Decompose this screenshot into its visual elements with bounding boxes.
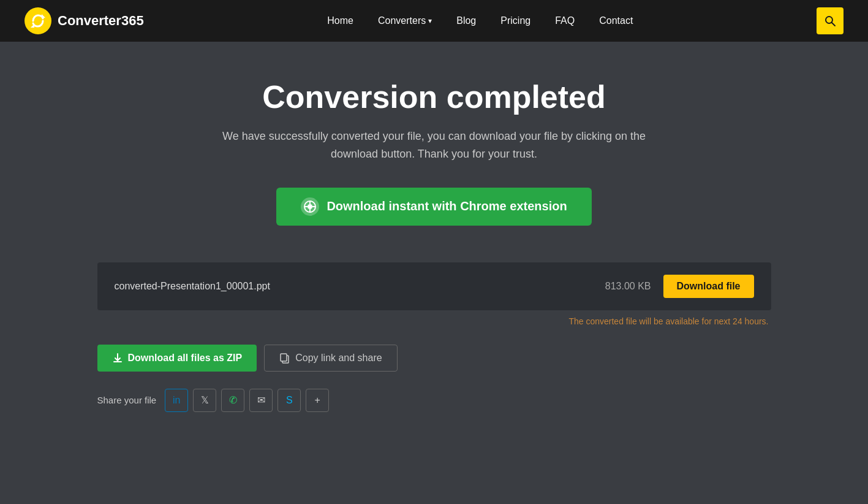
download-zip-button[interactable]: Download all files as ZIP bbox=[97, 345, 257, 372]
converters-chevron-icon: ▾ bbox=[428, 17, 432, 25]
action-buttons: Download all files as ZIP Copy link and … bbox=[97, 345, 771, 372]
svg-rect-13 bbox=[281, 354, 287, 361]
file-right: 813.00 KB Download file bbox=[605, 275, 754, 298]
share-linkedin-button[interactable]: in bbox=[165, 389, 188, 412]
svg-point-0 bbox=[25, 7, 51, 34]
share-email-button[interactable]: ✉ bbox=[249, 389, 273, 412]
share-skype-button[interactable]: S bbox=[277, 389, 301, 412]
svg-point-6 bbox=[308, 204, 312, 209]
nav-links: Home Converters ▾ Blog Pricing FAQ Conta… bbox=[317, 10, 643, 31]
file-section: converted-Presentation1_00001.ppt 813.00… bbox=[97, 262, 771, 326]
chrome-btn-label: Download instant with Chrome extension bbox=[326, 199, 567, 213]
nav-pricing[interactable]: Pricing bbox=[491, 10, 540, 31]
chrome-icon bbox=[301, 197, 319, 216]
hero-subtitle: We have successfully converted your file… bbox=[220, 128, 649, 163]
nav-contact[interactable]: Contact bbox=[589, 10, 643, 31]
search-button[interactable] bbox=[817, 7, 843, 34]
logo-icon bbox=[25, 7, 51, 34]
share-more-button[interactable]: + bbox=[306, 389, 329, 412]
share-label: Share your file bbox=[97, 395, 157, 405]
page-title: Conversion completed bbox=[97, 78, 771, 115]
chrome-extension-button[interactable]: Download instant with Chrome extension bbox=[276, 188, 591, 226]
navbar: Converter365 Home Converters ▾ Blog Pric… bbox=[0, 0, 868, 42]
main-content: Conversion completed We have successfull… bbox=[85, 42, 783, 437]
search-icon bbox=[824, 15, 836, 27]
share-whatsapp-button[interactable]: ✆ bbox=[221, 389, 244, 412]
download-file-button[interactable]: Download file bbox=[663, 275, 754, 298]
logo-link[interactable]: Converter365 bbox=[25, 7, 144, 34]
zip-btn-label: Download all files as ZIP bbox=[128, 353, 243, 364]
file-row: converted-Presentation1_00001.ppt 813.00… bbox=[97, 262, 771, 310]
nav-home[interactable]: Home bbox=[317, 10, 363, 31]
file-size: 813.00 KB bbox=[605, 281, 651, 292]
nav-converters[interactable]: Converters ▾ bbox=[368, 10, 442, 31]
nav-faq[interactable]: FAQ bbox=[545, 10, 584, 31]
download-icon bbox=[112, 353, 123, 364]
copy-link-button[interactable]: Copy link and share bbox=[264, 345, 397, 372]
file-name: converted-Presentation1_00001.ppt bbox=[115, 281, 270, 292]
logo-text: Converter365 bbox=[58, 13, 144, 29]
svg-rect-11 bbox=[113, 361, 122, 362]
hero-section: Conversion completed We have successfull… bbox=[97, 78, 771, 226]
copy-icon bbox=[279, 353, 290, 364]
share-icons: in 𝕏 ✆ ✉ S + bbox=[165, 389, 329, 412]
nav-blog[interactable]: Blog bbox=[447, 10, 486, 31]
expiry-notice: The converted file will be available for… bbox=[97, 316, 769, 326]
share-twitter-button[interactable]: 𝕏 bbox=[193, 389, 216, 412]
copy-btn-label: Copy link and share bbox=[295, 353, 382, 364]
share-row: Share your file in 𝕏 ✆ ✉ S + bbox=[97, 389, 771, 412]
svg-line-4 bbox=[831, 23, 835, 26]
